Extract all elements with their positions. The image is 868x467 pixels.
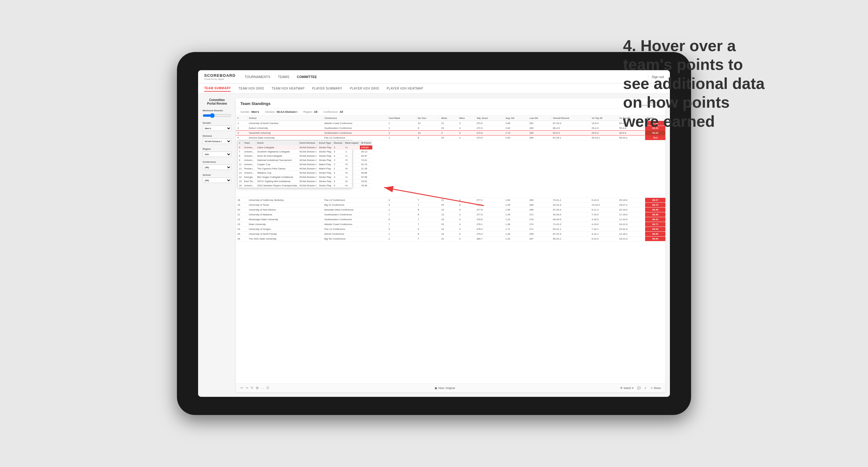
tooltip-row: 16 Univers... 2023 Sahalee Players Champ… (238, 184, 372, 188)
report-area: Team Standings Update time:13/03/2024 10… (236, 98, 665, 392)
table-row: 18 University of California, Berkeley Pa… (236, 198, 665, 203)
tooltip-col-div: Event Division (298, 141, 317, 146)
undo-icon[interactable]: ↩ (241, 386, 243, 390)
tooltip-col-team: Team (243, 141, 256, 146)
table-row-spacer: # Team Event Event Division Event Type R… (236, 141, 665, 198)
copy-icon[interactable]: ⊞ (256, 386, 258, 390)
filter-region: Region: All (303, 111, 317, 114)
tooltip-col-rounds: Rounds (333, 141, 344, 146)
tablet-screen: SCOREBOARD Powered by clippd TOURNAMENTS… (198, 70, 670, 397)
table-row: 1 University of North Carolina Atlantic … (236, 121, 665, 126)
table-row: 24 University of Oregon Pac-12 Conferenc… (236, 227, 665, 232)
sub-nav: TEAM SUMMARY TEAM H2H GRID TEAM H2H HEAT… (198, 84, 670, 94)
filter-gender: Gender: Men's (241, 111, 259, 114)
redo-icon[interactable]: ↪ (246, 386, 248, 390)
comment-button[interactable]: 💬 (637, 386, 641, 390)
points-cell[interactable]: 88.54 (645, 227, 665, 232)
points-cell[interactable]: 79.5 (645, 135, 665, 141)
filter-division: Division: NCAA Division I (265, 111, 297, 114)
tooltip-row: 6 Univers... Cabo Collegiate NCAA Divisi… (238, 146, 372, 150)
points-cell[interactable]: 88.07 (645, 198, 665, 203)
points-cell[interactable]: 88.70 (645, 203, 665, 208)
col-rank: # (236, 116, 247, 121)
sidebar-division-label: Division (203, 134, 231, 137)
points-cell[interactable]: 88.48 (645, 212, 665, 217)
sidebar-division-section: Division NCAA Division I (203, 134, 231, 144)
watch-button[interactable]: 👁 Watch ▾ (620, 386, 633, 390)
annotation-text: 4. Hover over a team's points to see add… (623, 36, 768, 131)
conference-select[interactable]: (All) (203, 164, 231, 170)
col-school: School (247, 116, 323, 121)
sidebar-school-label: School (203, 174, 231, 176)
min-rounds-slider[interactable] (203, 113, 231, 118)
eye-icon: 👁 (620, 386, 623, 390)
share-icon: ↗ (650, 386, 653, 390)
tab-player-h2h-grid[interactable]: PLAYER H2H GRID (350, 86, 379, 91)
table-row: 2 Auburn University Southeastern Confere… (236, 126, 665, 131)
tablet-frame: SCOREBOARD Powered by clippd TOURNAMENTS… (177, 52, 691, 415)
col-bnds: Bnds (440, 116, 458, 121)
col-vs25: Vs Top 25 (590, 116, 618, 121)
expand-icon: ⤢ (644, 386, 647, 390)
points-cell[interactable]: 88.49 (645, 208, 665, 212)
bottom-left-controls: ↩ ↪ ↻ ⊞ ··· ⏱ (241, 386, 270, 390)
refresh-icon[interactable]: ↻ (251, 386, 253, 390)
points-cell[interactable]: 88.71 (645, 222, 665, 227)
points-cell[interactable]: 88.89 (645, 232, 665, 237)
tooltip-row: 8 Univers... Amer Ari Intercollegiate NC… (238, 154, 372, 158)
sidebar-min-rounds: Minimum Rounds (203, 109, 231, 118)
tooltip-row: 9 Univers... National Invitational Tourn… (238, 158, 372, 162)
sidebar-conference-label: Conference (203, 161, 231, 163)
view-icon: ▣ (435, 386, 437, 390)
table-row-highlighted: 3 Vanderbilt University Southeastern Con… (236, 131, 665, 135)
col-conf-rank: Conf Rank (387, 116, 416, 121)
view-label[interactable]: ▣ View: Original (435, 386, 455, 390)
main-content: CommitteePortal Review Minimum Rounds Ge… (198, 94, 670, 397)
report-header: Team Standings Update time:13/03/2024 10… (236, 98, 665, 108)
points-cell-active[interactable]: 90.20 (645, 131, 665, 135)
nav-bar: SCOREBOARD Powered by clippd TOURNAMENTS… (198, 70, 670, 84)
tooltip-row: 11 Univers... Copper Cup NCAA Division I… (238, 162, 372, 167)
gender-select[interactable]: Men's Women's (203, 126, 231, 131)
more-icon[interactable]: ··· (261, 386, 264, 390)
nav-tournaments[interactable]: TOURNAMENTS (245, 74, 270, 80)
share-button[interactable]: ↗ Share (650, 386, 661, 390)
tooltip-row: 12 Florida I... The Cypress Point Classi… (238, 167, 372, 171)
tab-team-h2h-heatmap[interactable]: TEAM H2H HEATMAP (272, 86, 305, 91)
bottom-right-controls: 👁 Watch ▾ 💬 ⤢ ↗ Share (620, 386, 661, 390)
chevron-down-icon: ▾ (632, 386, 633, 390)
logo: SCOREBOARD Powered by clippd (204, 73, 236, 81)
col-avg-sg: Avg. SG (504, 116, 528, 121)
points-cell[interactable]: 88.94 (645, 237, 665, 241)
school-select[interactable]: (All) (203, 178, 231, 183)
points-cell[interactable]: 88.41 (645, 217, 665, 222)
comment-icon: 💬 (637, 386, 641, 390)
tab-team-h2h-grid[interactable]: TEAM H2H GRID (238, 86, 264, 91)
sidebar-region-label: Region (203, 148, 231, 150)
table-row: 23 Duke University Atlantic Coast Confer… (236, 222, 665, 227)
col-conference: Conference (323, 116, 387, 121)
table-row: 26 The Ohio State University Big Ten Con… (236, 237, 665, 241)
standings-table: # School Conference Conf Rank No Tour Bn… (236, 116, 665, 241)
table-row: 21 University of Alabama Southeastern Co… (236, 212, 665, 217)
division-select[interactable]: NCAA Division I (203, 138, 231, 144)
sidebar-conference-section: Conference (All) (203, 161, 231, 170)
sidebar-min-rounds-label: Minimum Rounds (203, 109, 231, 112)
nav-links: TOURNAMENTS TEAMS COMMITTEE (245, 74, 648, 80)
table-row: 4 Arizona State University Pac-12 Confer… (236, 135, 665, 141)
tab-team-summary[interactable]: TEAM SUMMARY (204, 85, 231, 92)
tab-player-h2h-heatmap[interactable]: PLAYER H2H HEATMAP (386, 86, 423, 91)
tab-player-summary[interactable]: PLAYER SUMMARY (312, 86, 342, 91)
filters-row: Gender: Men's Division: NCAA Division I … (236, 108, 665, 116)
nav-committee[interactable]: COMMITTEE (297, 74, 317, 80)
table-row: 22 Mississippi State University Southeas… (236, 217, 665, 222)
region-select[interactable]: N/A (203, 152, 231, 157)
expand-button[interactable]: ⤢ (644, 386, 647, 390)
sidebar: CommitteePortal Review Minimum Rounds Ge… (203, 98, 231, 392)
col-no-tour: No Tour (416, 116, 440, 121)
tooltip-col-impact: Rank Impact (344, 141, 360, 146)
timer-icon[interactable]: ⏱ (266, 386, 270, 390)
tooltip-panel: # Team Event Event Division Event Type R… (238, 141, 352, 188)
nav-teams[interactable]: TEAMS (278, 74, 289, 80)
col-adj-score: Adj. Score (475, 116, 504, 121)
